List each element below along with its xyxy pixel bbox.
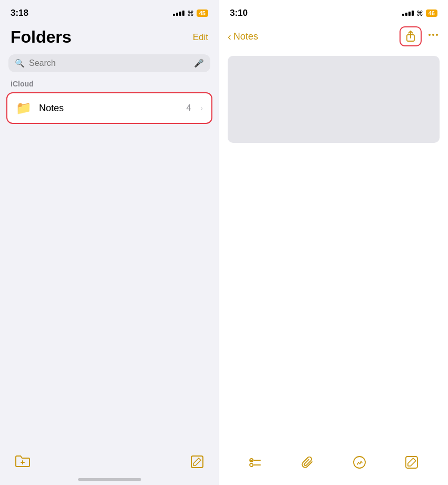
- svg-point-4: [428, 34, 431, 36]
- svg-point-6: [436, 34, 438, 36]
- search-bar[interactable]: 🔍 🎤: [8, 54, 210, 72]
- notes-folder-row[interactable]: 📁 Notes 4 ›: [6, 92, 212, 124]
- right-bottom-bar: [219, 455, 448, 472]
- signal-icon: [173, 11, 184, 16]
- battery-icon: 45: [197, 9, 208, 17]
- edit-button[interactable]: Edit: [193, 32, 208, 43]
- new-folder-button[interactable]: [15, 455, 31, 472]
- right-status-icons: ⌘ 46: [402, 9, 437, 17]
- icloud-section-label: iCloud: [0, 76, 219, 90]
- checklist-button[interactable]: [249, 455, 262, 472]
- svg-rect-12: [406, 457, 417, 468]
- left-bottom-bar: [0, 455, 219, 472]
- back-label: Notes: [233, 31, 258, 42]
- left-status-bar: 3:18 ⌘ 45: [0, 0, 219, 23]
- new-note-button[interactable]: [405, 455, 418, 472]
- markup-button[interactable]: [353, 455, 366, 472]
- share-button[interactable]: [400, 26, 422, 46]
- left-panel: 3:18 ⌘ 45 Folders Edit 🔍 🎤 iCloud 📁 Note…: [0, 0, 219, 485]
- right-header: ‹ Notes: [219, 23, 448, 52]
- folders-title: Folders: [11, 27, 72, 47]
- left-header: Folders Edit: [0, 23, 219, 49]
- right-status-bar: 3:10 ⌘ 46: [219, 0, 448, 23]
- microphone-icon[interactable]: 🎤: [194, 59, 204, 68]
- svg-point-11: [354, 457, 365, 468]
- folder-name: Notes: [39, 103, 179, 114]
- right-time: 3:10: [230, 8, 248, 18]
- new-note-button[interactable]: [190, 455, 204, 472]
- back-chevron-icon: ‹: [228, 31, 231, 43]
- search-icon: 🔍: [15, 59, 25, 68]
- home-indicator: [78, 478, 141, 481]
- back-button[interactable]: ‹ Notes: [228, 31, 258, 43]
- svg-point-5: [432, 34, 434, 36]
- attachment-button[interactable]: [301, 455, 315, 472]
- left-status-icons: ⌘ 45: [173, 9, 208, 17]
- note-content-area: [228, 56, 440, 143]
- left-time: 3:18: [11, 8, 28, 18]
- chevron-right-icon: ›: [200, 104, 203, 112]
- right-header-actions: [400, 26, 440, 46]
- more-button[interactable]: [427, 28, 440, 44]
- svg-point-9: [250, 463, 253, 467]
- folder-icon: 📁: [16, 101, 32, 115]
- right-panel: 3:10 ⌘ 46 ‹ Notes: [219, 0, 448, 485]
- battery-icon: 46: [426, 9, 437, 17]
- signal-icon: [402, 11, 414, 16]
- search-input[interactable]: [29, 59, 190, 68]
- folder-count: 4: [186, 103, 191, 113]
- wifi-icon: ⌘: [416, 9, 423, 17]
- wifi-icon: ⌘: [187, 9, 194, 17]
